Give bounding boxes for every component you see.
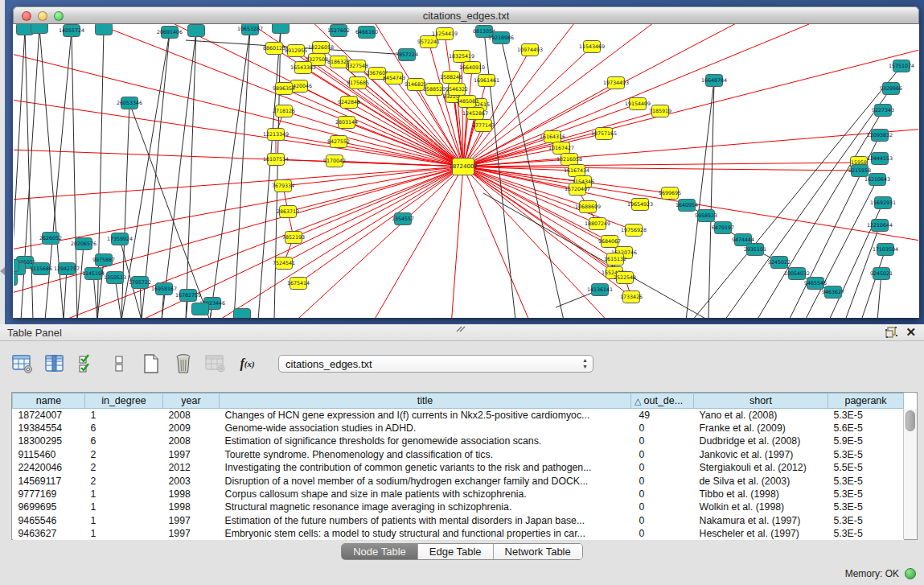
minimize-window-icon[interactable] [38,11,47,21]
network-edge[interactable] [14,48,463,167]
table-cell[interactable]: 1 [85,501,163,513]
table-cell[interactable]: Embryonic stem cells: a model to study s… [220,527,631,540]
table-cell[interactable]: Franke et al. (2009) [694,422,828,435]
network-edge[interactable] [210,167,463,318]
table-cell[interactable]: 1998 [163,488,220,501]
table-cell[interactable]: 0 [631,422,694,435]
table-cell[interactable]: 18300295 [13,435,85,447]
network-window-titlebar[interactable]: citations_edges.txt [13,6,919,24]
table-cell[interactable]: Estimation of significance thresholds fo… [220,435,631,447]
tab-edge-table[interactable]: Edge Table [418,544,494,559]
column-header-pagerank[interactable]: pagerank [828,393,904,409]
table-cell[interactable]: 1 [85,527,163,540]
table-row[interactable]: 1872400712008Changes of HCN gene express… [13,409,904,422]
network-edge[interactable] [121,103,129,318]
table-cell[interactable]: 2 [85,448,163,461]
row-height-icon[interactable] [108,353,129,375]
network-node[interactable] [192,303,209,315]
network-node[interactable] [188,25,205,37]
network-edge[interactable] [692,66,901,318]
network-window[interactable]: citations_edges.txt 18724007886012389129… [13,6,919,318]
table-cell[interactable]: 0 [631,474,694,487]
table-cell[interactable]: 1997 [163,448,220,461]
table-cell[interactable]: 2008 [163,409,220,422]
network-edge[interactable] [77,244,84,318]
table-cell[interactable]: 5.3E-5 [828,514,904,527]
table-cell[interactable]: Jankovic et al. (1997) [694,448,828,461]
select-rows-icon[interactable] [76,353,97,375]
table-cell[interactable]: 9699695 [13,501,85,513]
float-panel-icon[interactable] [885,327,897,338]
network-edge[interactable] [14,149,463,167]
network-edge[interactable] [451,167,463,318]
table-cell[interactable]: 5.5E-5 [828,461,904,474]
table-cell[interactable]: 5.9E-5 [828,435,904,447]
network-edge[interactable] [463,148,561,167]
network-node[interactable] [14,274,18,286]
table-cell[interactable]: 22420046 [13,461,85,474]
table-cell[interactable]: 5.3E-5 [828,448,904,461]
memory-status-indicator[interactable] [905,568,916,579]
network-edge[interactable] [284,89,463,167]
table-cell[interactable]: 2003 [163,474,220,487]
create-column-icon[interactable] [140,353,162,375]
network-edge[interactable] [708,80,714,318]
column-header-in_degree[interactable]: in_degree [85,393,163,409]
table-cell[interactable]: 0 [631,514,694,527]
table-cell[interactable]: 9465546 [13,514,85,527]
network-edge[interactable] [463,163,859,167]
delete-column-icon[interactable] [172,353,194,375]
table-cell[interactable]: 18724007 [13,409,85,422]
table-cell[interactable]: Estimation of the future numbers of pati… [220,514,631,527]
table-cell[interactable]: 1998 [163,501,220,513]
table-cell[interactable]: Tourette syndrome. Phenomenology and cla… [220,448,631,461]
table-cell[interactable]: Nakamura et al. (1997) [694,514,828,527]
table-cell[interactable]: Yano et al. (2008) [694,409,828,422]
zoom-window-icon[interactable] [54,11,64,21]
table-cell[interactable]: Dudbridge et al. (2008) [694,435,828,447]
table-row[interactable]: 1830029562008Estimation of significance … [13,435,904,447]
table-cell[interactable]: 14569117 [13,474,85,487]
table-cell[interactable]: 2009 [163,422,220,435]
table-row[interactable]: 911546021997Tourette syndrome. Phenomeno… [13,448,904,461]
network-node[interactable] [96,24,113,35]
table-cell[interactable]: 6 [85,422,163,435]
table-cell[interactable]: Genome-wide association studies in ADHD. [220,422,631,435]
network-edge[interactable] [463,48,918,167]
network-edge[interactable] [290,167,463,318]
table-row[interactable]: 977716911998Corpus callosum shape and si… [13,488,904,501]
network-node[interactable] [14,260,19,272]
table-cell[interactable]: 1 [85,488,163,501]
column-header-out_de[interactable]: △ out_de... [631,393,694,409]
network-edge[interactable] [234,29,250,318]
table-cell[interactable]: Corpus callosum shape and size in male p… [220,488,631,501]
tab-node-table[interactable]: Node Table [342,544,418,559]
network-edge[interactable] [303,68,463,167]
table-cell[interactable]: 9777169 [13,488,85,501]
network-edge[interactable] [93,274,97,318]
table-cell[interactable]: 1997 [163,514,220,527]
table-cell[interactable]: 19384554 [13,422,85,435]
column-header-title[interactable]: title [220,393,631,409]
table-cell[interactable]: 5.3E-5 [828,474,904,487]
show-columns-icon[interactable] [43,353,65,375]
table-cell[interactable]: de Silva et al. (2003) [694,474,828,487]
table-row[interactable]: 946362711997Embryonic stem cells: a mode… [13,527,904,540]
function-builder-icon[interactable]: f(x) [236,353,258,375]
table-cell[interactable]: 0 [631,435,694,447]
network-edge[interactable] [64,269,67,318]
table-cell[interactable]: 0 [631,527,694,540]
table-scrollbar[interactable] [903,409,917,539]
table-cell[interactable]: Stergiakouli et al. (2012) [694,461,828,474]
network-node[interactable] [273,24,290,34]
table-cell[interactable]: 2008 [163,435,220,447]
table-row[interactable]: 1938455462009Genome-wide association stu… [13,422,904,435]
divider-grip[interactable] [455,321,466,336]
close-panel-icon[interactable]: ✕ [906,326,916,339]
network-node[interactable] [31,24,48,34]
network-edge[interactable] [861,249,885,318]
table-cell[interactable]: 1 [85,409,163,422]
scrollbar-thumb[interactable] [906,410,915,431]
table-cell[interactable]: Tibbo et al. (1998) [694,488,828,501]
table-cell[interactable]: Wolkin et al. (1998) [694,501,828,513]
